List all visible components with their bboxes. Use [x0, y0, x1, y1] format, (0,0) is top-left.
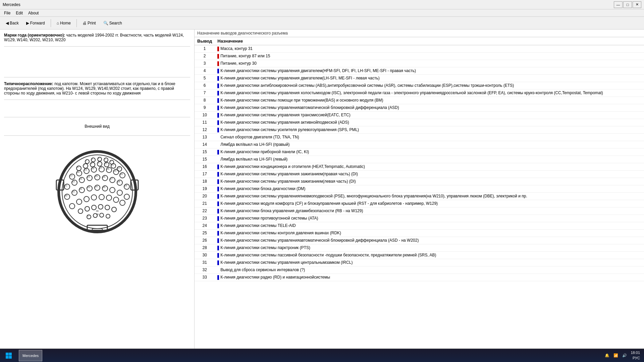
pin-number: 4 [195, 67, 215, 75]
minimize-button[interactable]: — [614, 1, 623, 8]
table-row: 32Вывод для сброса сервисных интервалов … [195, 266, 644, 274]
pin-purpose: К-линия диагностики системы управленияпн… [215, 193, 644, 200]
svg-text:1: 1 [86, 159, 87, 162]
table-row: 18К-линия диагностики системы управления… [195, 178, 644, 185]
table-row: 17К-линия диагностики системы управления… [195, 171, 644, 178]
pin-text: К-линия диагностики системы контроля дав… [220, 231, 341, 235]
taskbar: Mercedes 🔔 📶 🔊 18:01 РУС [0, 349, 644, 362]
svg-text:3: 3 [98, 157, 99, 159]
table-row: 2Питание, контур 87 или 15 [195, 53, 644, 60]
svg-text:16: 16 [92, 167, 94, 170]
svg-text:25: 25 [95, 175, 98, 177]
svg-text:31: 31 [72, 190, 75, 193]
color-indicator [217, 224, 219, 228]
network-icon[interactable]: 📶 [612, 352, 619, 359]
table-row: 9К-линия диагностики системы управленияа… [195, 104, 644, 112]
pin-text: К-линия диагностики системы управленияпн… [220, 194, 527, 198]
pin-text: Сигнал оборотов двигателя (TD, TNA, TN) [220, 135, 299, 139]
menu-edit[interactable]: Edit [13, 10, 25, 16]
pin-text: К-линия диагностики системы управления а… [220, 120, 349, 125]
back-button[interactable]: ◀ Back [3, 18, 22, 28]
svg-text:38: 38 [96, 213, 99, 216]
pin-number: 8 [195, 97, 215, 104]
back-label: Back [10, 21, 19, 25]
pin-number: 14 [195, 141, 215, 148]
color-indicator [217, 135, 219, 140]
color-indicator [217, 120, 219, 125]
pin-text: К-линия диагностики антиблокировочной си… [220, 83, 514, 88]
pin-number: 16 [195, 163, 215, 171]
back-icon: ◀ [6, 21, 9, 25]
table-row: 25К-линия диагностики системы контроля д… [195, 230, 644, 237]
pin-text: К-линия диагностики системы управления з… [220, 179, 356, 184]
volume-icon[interactable]: 🔊 [621, 352, 628, 359]
color-indicator [217, 268, 219, 273]
pin-text: Вывод для сброса сервисных интервалов (?… [220, 267, 305, 272]
title-bar: Mercedes — □ ✕ [0, 0, 644, 9]
pin-text: К-линия диагностики модуля комфорта (CF)… [220, 201, 438, 206]
menu-bar: File Edit About [0, 9, 644, 17]
close-button[interactable]: ✕ [633, 1, 641, 8]
color-indicator [217, 172, 219, 177]
pin-text: К-линия диагностики приборной панели (IC… [220, 149, 309, 154]
pin-number: 22 [195, 207, 215, 215]
taskbar-right: 🔔 📶 🔊 18:01 РУС [600, 350, 644, 361]
language: РУС [631, 356, 640, 361]
search-button[interactable]: 🔍 Search [100, 18, 125, 28]
home-button[interactable]: ⌂ Home [54, 18, 74, 28]
svg-text:17: 17 [99, 167, 102, 169]
table-row: 28К-линия диагностики системы парктроник… [195, 244, 644, 252]
pin-purpose: К-линия диагностики системы управления т… [215, 112, 644, 119]
pin-text: Лямбда вкл/выкл на LH-SFI (левый) [220, 157, 287, 162]
menu-file[interactable]: File [1, 10, 13, 16]
pin-number: 28 [195, 244, 215, 252]
pin-table: Вывод Назначение 1Масса, контур 312Питан… [195, 37, 644, 281]
svg-text:21: 21 [65, 184, 67, 187]
location-label: Типичноерасположение: [4, 81, 53, 86]
pin-text: К-линия диагностики противоугонной систе… [220, 216, 318, 221]
right-panel[interactable]: Назначение выводов диагностического разъ… [195, 29, 644, 349]
forward-button[interactable]: ▶ Forward [23, 18, 48, 28]
table-row: 5К-линия диагностики системы управления … [195, 75, 644, 82]
pin-purpose: Сигнал оборотов двигателя (TD, TNA, TN) [215, 134, 644, 141]
pin-text: К-линия диагностики радио (RD) и навигац… [220, 275, 330, 280]
location-section: Типичноерасположение: под капотом. Может… [4, 81, 190, 100]
print-button[interactable]: 🖨 Print [79, 18, 99, 28]
notification-icon[interactable]: 🔔 [604, 352, 610, 359]
pin-text: К-линия диагностики системы управления т… [220, 113, 350, 117]
table-row: 7К-линия диагностики системы управления … [195, 89, 644, 97]
pin-purpose: Лямбда вкл/выкл на LH-SFI (правый) [215, 141, 644, 148]
color-indicator [217, 98, 219, 103]
pin-text: К-линия диагностики системы управления х… [220, 90, 603, 95]
pin-text: К-линия диагностики кондиционера и отопи… [220, 164, 365, 169]
menu-about[interactable]: About [25, 10, 41, 16]
pin-number: 11 [195, 119, 215, 126]
pin-number: 32 [195, 266, 215, 274]
spacer-section-2 [4, 104, 190, 117]
search-label: Search [109, 21, 122, 25]
taskbar-mercedes[interactable]: Mercedes [19, 350, 42, 361]
pin-purpose: К-линия диагностики кондиционера и отопи… [215, 163, 644, 171]
pin-number: 13 [195, 134, 215, 141]
pin-text: Питание, контур 30 [220, 61, 257, 66]
connector-diagram: 1 2 3 4 5 6 7 8 9 10 11 12 13 14 15 16 [4, 140, 190, 240]
maximize-button[interactable]: □ [623, 1, 632, 8]
color-indicator [217, 165, 219, 169]
pin-text: К-линия диагностики системы парктроник (… [220, 245, 310, 250]
svg-text:27: 27 [110, 178, 113, 180]
svg-point-61 [106, 214, 110, 218]
color-indicator [217, 209, 219, 214]
pin-number: 31 [195, 259, 215, 266]
time: 18:01 [631, 350, 640, 355]
window-controls: — □ ✕ [614, 1, 641, 8]
pin-text: К-линия диагностики системы управления ц… [220, 260, 353, 265]
svg-point-46 [84, 196, 89, 202]
svg-point-52 [78, 209, 83, 214]
start-button[interactable] [0, 349, 17, 362]
pin-text: К-линия диагностики системы пассивной бе… [220, 253, 436, 257]
pin-number: 1 [195, 45, 215, 53]
pin-purpose: К-линия диагностики системы управленияав… [215, 237, 644, 244]
color-indicator [217, 61, 219, 66]
taskbar-items: Mercedes [17, 350, 600, 361]
svg-point-43 [124, 194, 129, 199]
